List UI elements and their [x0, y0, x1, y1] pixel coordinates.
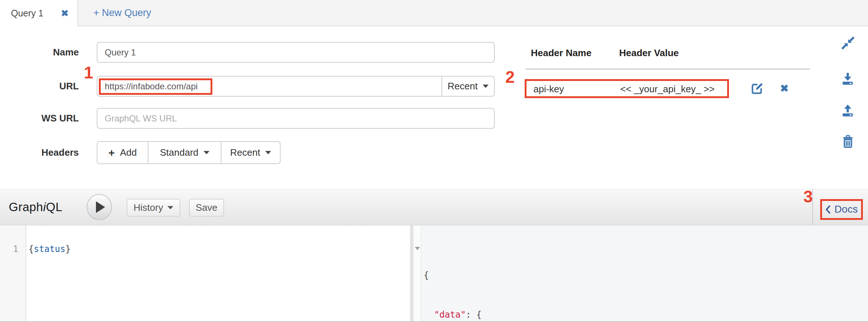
new-query-button[interactable]: + New Query [93, 0, 151, 26]
caret-down-icon [204, 151, 209, 154]
url-label: URL [0, 76, 79, 97]
play-icon [96, 201, 105, 213]
fold-triangle-icon[interactable] [415, 247, 420, 250]
name-label: Name [0, 42, 79, 63]
header-row-value: << _your_api_key_ >> [620, 84, 715, 95]
url-recent-dropdown[interactable]: Recent [441, 76, 495, 97]
caret-down-icon [483, 85, 489, 88]
standard-headers-label: Standard [160, 147, 198, 158]
header-value-column: Header Value [619, 47, 679, 59]
query-code[interactable]: {status} [28, 243, 71, 256]
result-json: { "data": { "status": "v1.0.1" } } [424, 243, 540, 322]
history-dropdown[interactable]: History [127, 199, 180, 217]
result-line: "data": { [424, 308, 540, 321]
url-input[interactable] [97, 76, 442, 97]
docs-button[interactable]: Docs [822, 201, 861, 218]
header-name-column: Header Name [531, 47, 591, 59]
edit-icon [750, 82, 764, 96]
close-tab-icon[interactable]: ✖ [61, 8, 69, 19]
remove-header-button[interactable]: ✖ [780, 84, 788, 94]
annotation-number-2: 2 [505, 69, 515, 85]
result-line: { [424, 269, 540, 282]
add-header-button[interactable]: + Add [97, 142, 148, 163]
name-input[interactable] [97, 42, 495, 63]
brace-close: } [65, 244, 70, 254]
tab-bar: Query 1 ✖ + New Query [0, 0, 868, 26]
url-recent-label: Recent [448, 81, 478, 92]
delete-query-button[interactable] [841, 134, 855, 150]
annotation-number-3: 3 [803, 188, 813, 205]
annotation-number-1: 1 [84, 64, 93, 81]
header-row-name: api-key [533, 84, 564, 95]
plus-icon: + [108, 147, 115, 158]
json-indent [424, 310, 434, 320]
standard-headers-dropdown[interactable]: Standard [148, 142, 221, 163]
query-field: status [34, 244, 65, 254]
chevron-left-icon [825, 205, 831, 214]
upload-icon [840, 103, 856, 119]
caret-down-icon [167, 206, 173, 209]
recent-headers-dropdown[interactable]: Recent [221, 142, 280, 163]
import-query-button[interactable] [840, 103, 856, 120]
caret-down-icon [265, 151, 271, 154]
execute-query-button[interactable] [86, 194, 112, 220]
export-query-button[interactable] [840, 71, 856, 88]
logo-graph: Graph [9, 200, 43, 214]
graphiql-toolbar: GraphiQL History Save [0, 189, 868, 225]
graphiql-logo: GraphiQL [9, 189, 62, 225]
json-key-data: "data" [434, 310, 466, 320]
json-punct: : { [466, 310, 482, 320]
save-button[interactable]: Save [189, 199, 224, 217]
header-table-divider [525, 69, 810, 70]
download-icon [840, 71, 856, 86]
line-number-gutter: 1 [0, 225, 26, 321]
logo-i: i [43, 200, 46, 214]
history-label: History [134, 202, 163, 213]
collapse-icon [841, 36, 855, 50]
graphql-client-window: Query 1 ✖ + New Query Name URL Recent 1 … [0, 0, 868, 322]
headers-button-group: + Add Standard Recent [97, 141, 281, 164]
json-brace: { [424, 270, 429, 280]
fold-gutter [413, 225, 421, 321]
brace-open: { [28, 244, 34, 254]
tab-query-1[interactable]: Query 1 ✖ [0, 0, 78, 26]
editor-section: 1 {status} { "data": { "status": "v1.0.1… [0, 225, 868, 321]
add-header-label: Add [120, 147, 137, 158]
recent-headers-label: Recent [230, 147, 260, 158]
tab-title: Query 1 [11, 8, 43, 19]
trash-icon [841, 134, 855, 149]
save-label: Save [196, 202, 217, 213]
query-editor[interactable]: 1 {status} [0, 225, 410, 321]
line-number: 1 [0, 243, 18, 256]
ws-url-label: WS URL [0, 108, 79, 129]
docs-label: Docs [834, 203, 858, 215]
collapse-panel-button[interactable] [841, 36, 855, 51]
edit-header-button[interactable] [750, 82, 764, 97]
result-viewer: { "data": { "status": "v1.0.1" } } [413, 225, 868, 321]
headers-label: Headers [0, 141, 79, 164]
ws-url-input[interactable] [97, 108, 495, 129]
editor-resize-handle[interactable] [410, 225, 413, 321]
close-icon: ✖ [780, 83, 788, 94]
logo-ql: QL [46, 200, 62, 214]
